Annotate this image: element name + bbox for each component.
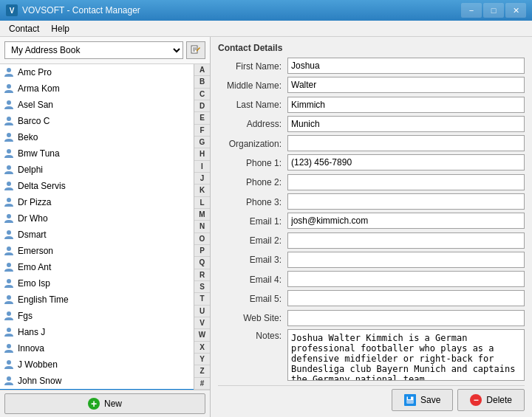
save-button[interactable]: Save xyxy=(392,389,453,411)
alpha-btn-g[interactable]: G xyxy=(194,137,210,148)
person-icon xyxy=(3,131,15,143)
middle-name-label: Middle Name: xyxy=(218,77,284,94)
organization-input[interactable] xyxy=(287,135,525,151)
menu-contact[interactable]: Contact xyxy=(3,22,45,35)
alpha-btn-a[interactable]: A xyxy=(194,64,210,76)
contact-name: Dr Who xyxy=(18,213,48,224)
contact-list-item[interactable]: Dsmart xyxy=(0,227,194,243)
email5-input[interactable] xyxy=(287,290,525,306)
alpha-btn-d[interactable]: D xyxy=(194,100,210,112)
contact-list-item[interactable]: Asel San xyxy=(0,97,194,113)
address-book-select[interactable]: My Address Book xyxy=(4,41,183,59)
contact-name: Delphi xyxy=(18,165,43,175)
menu-help[interactable]: Help xyxy=(45,22,75,35)
alpha-btn-u[interactable]: U xyxy=(194,306,210,317)
contact-list-item[interactable]: Dr Who xyxy=(0,210,194,227)
contact-name: Emo Isp xyxy=(18,278,50,289)
alpha-btn-q[interactable]: Q xyxy=(194,257,210,269)
contact-list-item[interactable]: Dr Pizza xyxy=(0,194,194,210)
address-input[interactable] xyxy=(287,116,525,132)
alpha-btn-#[interactable]: # xyxy=(194,378,210,390)
organization-label: Organization: xyxy=(218,135,284,152)
contact-list-item[interactable]: Emerson xyxy=(0,243,194,259)
phone3-input[interactable] xyxy=(287,193,525,210)
contact-name: Dr Pizza xyxy=(18,197,51,207)
website-label: Web Site: xyxy=(218,310,284,327)
person-icon xyxy=(3,359,15,371)
alpha-btn-e[interactable]: E xyxy=(194,112,210,124)
email2-input[interactable] xyxy=(287,232,525,249)
alpha-btn-m[interactable]: M xyxy=(194,209,210,221)
alpha-btn-c[interactable]: C xyxy=(194,89,210,100)
alpha-btn-l[interactable]: L xyxy=(194,197,210,209)
phone2-input[interactable] xyxy=(287,174,525,190)
email5-label: Email 5: xyxy=(218,290,284,307)
alpha-btn-x[interactable]: X xyxy=(194,342,210,354)
contact-list-item[interactable]: Delta Servis xyxy=(0,178,194,194)
alpha-btn-w[interactable]: W xyxy=(194,329,210,341)
person-icon xyxy=(3,164,15,176)
contact-list-item[interactable]: Barco C xyxy=(0,113,194,129)
first-name-input[interactable] xyxy=(287,58,525,74)
contact-list-item[interactable]: English Time xyxy=(0,292,194,308)
alpha-btn-n[interactable]: N xyxy=(194,221,210,232)
person-icon xyxy=(3,115,15,127)
alpha-btn-s[interactable]: S xyxy=(194,281,210,293)
contact-list-item[interactable]: Delphi xyxy=(0,162,194,178)
alpha-btn-k[interactable]: K xyxy=(194,185,210,196)
contact-list-item[interactable]: Emo Ant xyxy=(0,259,194,275)
delete-button[interactable]: − Delete xyxy=(457,389,525,411)
alpha-btn-b[interactable]: B xyxy=(194,76,210,88)
alpha-btn-o[interactable]: O xyxy=(194,233,210,245)
contact-list-item[interactable]: Fgs xyxy=(0,308,194,324)
svg-rect-32 xyxy=(407,400,413,404)
alpha-btn-v[interactable]: V xyxy=(194,317,210,329)
edit-address-book-button[interactable] xyxy=(186,41,205,59)
svg-point-9 xyxy=(7,133,11,137)
close-button[interactable]: ✕ xyxy=(505,3,526,18)
contact-name: Barco C xyxy=(18,116,50,126)
alpha-btn-p[interactable]: P xyxy=(194,245,210,257)
email1-input[interactable] xyxy=(287,213,525,229)
last-name-label: Last Name: xyxy=(218,97,284,114)
notes-label: Notes: xyxy=(218,329,284,381)
alpha-btn-j[interactable]: J xyxy=(194,173,210,185)
alpha-btn-z[interactable]: Z xyxy=(194,365,210,377)
notes-input[interactable]: Joshua Walter Kimmich is a German profes… xyxy=(287,329,525,381)
alpha-btn-f[interactable]: F xyxy=(194,125,210,137)
maximize-button[interactable]: □ xyxy=(483,3,504,18)
alpha-btn-h[interactable]: H xyxy=(194,148,210,160)
contact-name: English Time xyxy=(18,294,69,305)
middle-name-input[interactable] xyxy=(287,77,525,93)
person-icon xyxy=(3,196,15,208)
svg-rect-31 xyxy=(408,396,411,399)
plus-icon: + xyxy=(88,398,100,410)
contact-list-item[interactable]: Arma Kom xyxy=(0,80,194,97)
address-book-header: My Address Book xyxy=(0,37,210,64)
contact-list-item[interactable]: John Snow xyxy=(0,373,194,389)
alpha-btn-t[interactable]: T xyxy=(194,293,210,305)
alpha-btn-y[interactable]: Y xyxy=(194,354,210,365)
contact-list-item[interactable]: Amc Pro xyxy=(0,64,194,80)
contact-name: Emerson xyxy=(18,246,53,256)
person-icon xyxy=(3,342,15,354)
contact-list-item[interactable]: Emo Isp xyxy=(0,275,194,292)
alpha-btn-i[interactable]: I xyxy=(194,161,210,173)
svg-point-6 xyxy=(7,84,11,89)
alpha-btn-r[interactable]: R xyxy=(194,269,210,281)
contact-list-item[interactable]: Innova xyxy=(0,340,194,356)
email3-input[interactable] xyxy=(287,252,525,268)
contact-list-item[interactable]: Bmw Tuna xyxy=(0,145,194,162)
contact-list-item[interactable]: J Wobben xyxy=(0,356,194,373)
contact-name: Hans J xyxy=(18,327,45,337)
contact-name: J Wobben xyxy=(18,359,58,370)
contact-list-item[interactable]: Hans J xyxy=(0,324,194,340)
last-name-input[interactable] xyxy=(287,97,525,113)
phone1-input[interactable] xyxy=(287,154,525,170)
contact-list-item[interactable]: Beko xyxy=(0,129,194,145)
minimize-button[interactable]: − xyxy=(461,3,482,18)
email4-input[interactable] xyxy=(287,271,525,287)
new-contact-button[interactable]: + New xyxy=(4,393,205,414)
address-book-dropdown[interactable]: My Address Book xyxy=(4,41,183,59)
website-input[interactable] xyxy=(287,310,525,326)
